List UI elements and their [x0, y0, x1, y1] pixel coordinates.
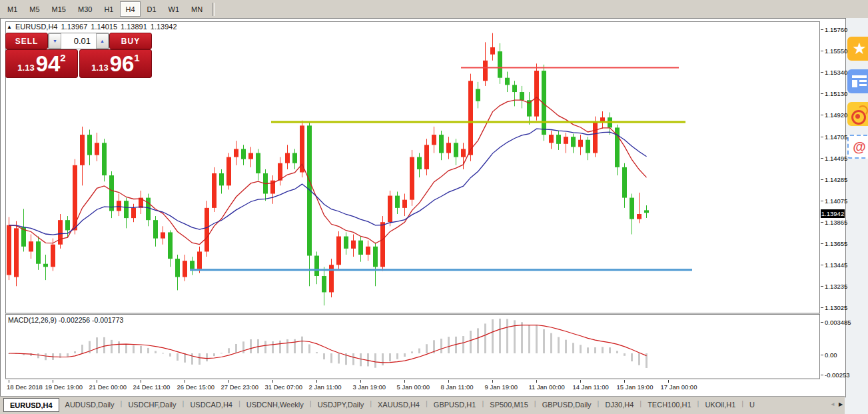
- lot-decrease-button[interactable]: ▼: [49, 33, 61, 49]
- svg-text:26 Dec 15:00: 26 Dec 15:00: [177, 383, 215, 391]
- ohlc-low: 1.13891: [121, 23, 147, 31]
- svg-text:14 Jan 11:00: 14 Jan 11:00: [573, 383, 609, 391]
- tab-xauusd-h4[interactable]: XAUUSD,H4: [372, 398, 426, 411]
- one-click-trading-panel: SELL ▼ 0.01 ▲ BUY 1.13 94 2 1.13 96 1: [5, 33, 151, 77]
- chart-symbol: EURUSD,H4: [15, 23, 58, 31]
- svg-text:3 Jan 19:00: 3 Jan 19:00: [353, 383, 386, 391]
- timeframe-button-m1[interactable]: M1: [2, 1, 23, 17]
- axis-label: 1.13865: [821, 219, 847, 226]
- svg-text:15 Jan 19:00: 15 Jan 19:00: [617, 383, 653, 391]
- axis-label: 1.15760: [821, 26, 847, 33]
- tab-usdcad-h4[interactable]: USDCAD,H4: [184, 398, 238, 411]
- axis-label: 1.14285: [821, 176, 847, 183]
- timeframe-button-d1[interactable]: D1: [142, 1, 162, 17]
- axis-label: 1.13655: [821, 240, 847, 247]
- svg-text:9 Jan 19:00: 9 Jan 19:00: [485, 383, 518, 391]
- buy-price-big: 96: [110, 53, 135, 75]
- current-price-badge: 1.13942: [821, 209, 845, 218]
- axis-label: 0.00: [821, 351, 837, 359]
- axis-label: 1.15130: [821, 90, 847, 97]
- macd-indicator-label: MACD(12,26,9) -0.002256 -0.001773: [8, 316, 123, 324]
- axis-label: 1.15550: [821, 47, 847, 55]
- tab-gbpusd-daily[interactable]: GBPUSD,Daily: [536, 398, 598, 411]
- timeframe-button-m30[interactable]: M30: [73, 1, 97, 17]
- sell-button[interactable]: SELL: [5, 33, 48, 49]
- axis-label: 1.13445: [821, 261, 847, 269]
- tab-gbpusd-h1[interactable]: GBPUSD,H1: [428, 398, 482, 411]
- axis-label: 1.13025: [821, 304, 847, 311]
- svg-text:2 Jan 11:00: 2 Jan 11:00: [309, 383, 342, 391]
- weibo-icon[interactable]: [847, 102, 868, 126]
- tab-audusd-daily[interactable]: AUDUSD,Daily: [59, 398, 121, 411]
- axis-label: 1.14495: [821, 155, 847, 162]
- tab-usdcnh-weekly[interactable]: USDCNH,Weekly: [240, 398, 310, 411]
- timeframe-button-h1[interactable]: H1: [99, 1, 119, 17]
- axis-label: 1.14705: [821, 133, 847, 141]
- buy-price-prefix: 1.13: [91, 63, 108, 73]
- axis-label: -0.00253: [821, 371, 850, 379]
- tab-scroll-left-button[interactable]: ◄: [829, 399, 837, 409]
- svg-text:18 Dec 2018: 18 Dec 2018: [7, 383, 43, 391]
- buy-button[interactable]: BUY: [109, 33, 152, 49]
- ohlc-header: ▲ EURUSD,H4 1.13967 1.14015 1.13891 1.13…: [7, 23, 177, 31]
- timeframe-toolbar: M1M5M15M30H1H4D1W1MN: [0, 0, 868, 19]
- lot-size-stepper: ▼ 0.01 ▲: [48, 33, 109, 49]
- star-icon[interactable]: ★: [847, 37, 868, 61]
- axis-label: 1.14075: [821, 197, 847, 205]
- axis-label: 1.15340: [821, 69, 847, 76]
- tab-ukoil-h1[interactable]: UKOil,H1: [699, 398, 741, 411]
- tab-usdchf-daily[interactable]: USDCHF,Daily: [122, 398, 182, 411]
- desktop: { "toolbar": { "timeframes": [ {"label":…: [0, 0, 868, 414]
- svg-text:24 Dec 11:00: 24 Dec 11:00: [133, 383, 171, 391]
- timeframe-button-mn[interactable]: MN: [186, 1, 208, 17]
- tab-u[interactable]: U: [743, 398, 761, 411]
- ohlc-close: 1.13942: [151, 23, 177, 31]
- tab-sp500-m15[interactable]: SP500,M15: [484, 398, 534, 411]
- symbol-tab-bar: EURUSD,H4AUDUSD,Daily|USDCHF,Daily|USDCA…: [0, 396, 845, 414]
- lot-increase-button[interactable]: ▲: [96, 33, 109, 49]
- symbol-marker-icon: ▲: [7, 24, 12, 30]
- timeframe-button-m15[interactable]: M15: [47, 1, 71, 17]
- timeframe-button-w1[interactable]: W1: [163, 1, 185, 17]
- tab-scroll-right-button[interactable]: ▶: [837, 399, 845, 409]
- buy-price-sup: 1: [134, 52, 139, 63]
- svg-text:19 Dec 19:00: 19 Dec 19:00: [45, 383, 83, 391]
- tab-eurusd-h4[interactable]: EURUSD,H4: [3, 398, 59, 412]
- sell-price-big: 94: [36, 53, 61, 75]
- svg-text:27 Dec 23:00: 27 Dec 23:00: [221, 383, 259, 391]
- axis-label: 0.003485: [821, 319, 851, 326]
- svg-text:17 Jan 00:00: 17 Jan 00:00: [661, 383, 697, 391]
- sell-price-panel[interactable]: 1.13 94 2: [5, 49, 78, 78]
- sell-price-sup: 2: [60, 52, 65, 63]
- chart-window: 18 Dec 201819 Dec 19:0021 Dec 00:0024 De…: [0, 18, 846, 397]
- timeframe-button-m5[interactable]: M5: [24, 1, 45, 17]
- tab-dj30-h4[interactable]: DJ30,H4: [599, 398, 640, 411]
- axis-label: 1.13235: [821, 283, 847, 290]
- lot-size-input[interactable]: 0.01: [61, 33, 96, 49]
- svg-text:8 Jan 11:00: 8 Jan 11:00: [441, 383, 474, 391]
- timeframe-button-h4[interactable]: H4: [120, 1, 140, 17]
- svg-text:21 Dec 00:00: 21 Dec 00:00: [89, 383, 127, 391]
- tab-tech100-h1[interactable]: TECH100,H1: [642, 398, 697, 411]
- svg-text:31 Dec 07:00: 31 Dec 07:00: [265, 383, 303, 391]
- news-icon[interactable]: [847, 69, 868, 93]
- mail-icon[interactable]: @: [847, 135, 868, 159]
- tab-usdjpy-daily[interactable]: USDJPY,Daily: [312, 398, 370, 411]
- svg-text:5 Jan 00:00: 5 Jan 00:00: [397, 383, 430, 391]
- axis-label: 1.14920: [821, 111, 847, 119]
- price-axis[interactable]: 1.157601.155501.153401.151301.149201.147…: [821, 20, 845, 393]
- sell-price-prefix: 1.13: [17, 63, 34, 73]
- ohlc-high: 1.14015: [91, 23, 117, 31]
- svg-text:11 Jan 00:00: 11 Jan 00:00: [529, 383, 565, 391]
- ohlc-open: 1.13967: [61, 23, 88, 31]
- buy-price-panel[interactable]: 1.13 96 1: [79, 49, 152, 78]
- toolbar-separator: [213, 3, 215, 16]
